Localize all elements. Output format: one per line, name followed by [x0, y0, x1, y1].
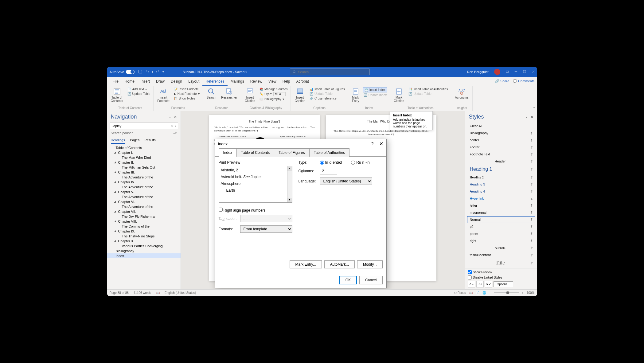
tab-acrobat[interactable]: Acrobat	[293, 77, 312, 86]
web-layout-icon[interactable]: 🌐	[482, 291, 486, 295]
disable-linked-checkbox[interactable]: Disable Linked Styles	[468, 275, 535, 279]
citation-style-select[interactable]: ✏️ Style: MLA	[259, 92, 288, 96]
nav-item[interactable]: The Adventure of the	[107, 194, 181, 199]
insert-index-button[interactable]: 📇 Insert Index	[363, 87, 388, 92]
nav-item[interactable]: ◢Chapter II.	[107, 160, 181, 165]
language-indicator[interactable]: English (United States)	[165, 291, 196, 295]
ribbon-mode-icon[interactable]	[506, 70, 509, 74]
tab-home[interactable]: Home	[122, 77, 138, 86]
bibliography-button[interactable]: 📖 Bibliography ▾	[259, 97, 288, 101]
add-text-button[interactable]: 📄 Add Text ▾	[127, 87, 151, 91]
tab-layout[interactable]: Layout	[185, 77, 202, 86]
language-select[interactable]: English (United States)	[320, 178, 372, 185]
nav-item[interactable]: ◢Chapter VII.	[107, 209, 181, 214]
tab-insert[interactable]: Insert	[138, 77, 153, 86]
nav-item[interactable]: The Thirty-Nine Steps	[107, 234, 181, 239]
indented-radio[interactable]: Indented	[320, 160, 342, 165]
next-footnote-button[interactable]: ▶ Next Footnote ▾	[173, 92, 200, 96]
manage-styles-button[interactable]: A✓	[485, 281, 492, 287]
update-table-button[interactable]: 🔄 Update Table	[127, 92, 151, 96]
styles-dropdown-icon[interactable]: ▾	[526, 115, 527, 119]
nav-search-box[interactable]: ✕ ▾	[110, 123, 178, 129]
clear-all-style[interactable]: Clear All	[467, 123, 535, 129]
tab-review[interactable]: Review	[247, 77, 265, 86]
style-item[interactable]: Hyperlinka	[467, 195, 535, 202]
minimize-icon[interactable]	[514, 70, 517, 74]
search-button[interactable]: Search	[205, 87, 218, 100]
modify-button[interactable]: Modify...	[357, 260, 382, 268]
style-item[interactable]: poem¶	[467, 230, 535, 237]
cancel-button[interactable]: Cancel	[359, 276, 382, 284]
read-mode-icon[interactable]: 📖	[469, 291, 473, 295]
nav-item[interactable]: The Adventure of the	[107, 175, 181, 180]
automark-button[interactable]: AutoMark...	[324, 260, 355, 268]
nav-item[interactable]: Index	[107, 253, 181, 258]
nav-tab-headings[interactable]: Headings	[111, 137, 125, 144]
mark-entry-button[interactable]: Mark Entry	[351, 87, 361, 103]
insert-caption-button[interactable]: Insert Caption	[293, 87, 306, 103]
autosave-toggle[interactable]: AutoSave	[110, 70, 135, 74]
style-item[interactable]: Heading 2⁋	[467, 174, 535, 181]
zoom-in-button[interactable]: +	[522, 291, 524, 295]
nav-item[interactable]: ◢Chapter IX.	[107, 229, 181, 234]
nav-item[interactable]: Bibliography	[107, 248, 181, 253]
tab-references[interactable]: References	[202, 77, 227, 86]
style-item[interactable]: Heading 3⁋	[467, 181, 535, 188]
styles-options-button[interactable]: Options...	[494, 281, 513, 287]
style-item[interactable]: task03content⁋	[467, 252, 535, 258]
new-style-button[interactable]: A₊	[468, 281, 475, 287]
table-of-contents-button[interactable]: Table of Contents	[110, 87, 124, 103]
style-item[interactable]: right¶	[467, 237, 535, 244]
nav-item[interactable]: ◢Chapter V.	[107, 189, 181, 194]
nav-item[interactable]: The Coming of the	[107, 224, 181, 229]
nav-search-input[interactable]	[112, 124, 171, 128]
undo-icon[interactable]	[145, 69, 149, 74]
tab-draw[interactable]: Draw	[153, 77, 168, 86]
style-item[interactable]: Subtitle⁋	[467, 244, 535, 251]
tab-file[interactable]: File	[110, 77, 122, 86]
redo-icon[interactable]	[156, 69, 160, 74]
word-count[interactable]: 41106 words	[134, 291, 151, 295]
nav-item[interactable]: ◢Chapter VIII.	[107, 219, 181, 224]
insert-citation-button[interactable]: Insert Citation	[244, 87, 256, 103]
mark-citation-button[interactable]: Mark Citation	[392, 87, 405, 103]
nav-item[interactable]: Table of Contents	[107, 145, 181, 150]
style-item[interactable]: Title⁋	[467, 259, 535, 267]
spell-check-icon[interactable]: 📖	[156, 291, 160, 295]
acronyms-button[interactable]: ABC? Acronyms	[454, 87, 470, 100]
search-box[interactable]	[290, 68, 370, 75]
style-item[interactable]: center¶	[467, 137, 535, 143]
dialog-tab-tof[interactable]: Table of Figures	[274, 148, 309, 157]
styles-close-icon[interactable]: ✕	[530, 115, 533, 119]
tab-design[interactable]: Design	[168, 77, 185, 86]
maximize-icon[interactable]	[523, 70, 526, 74]
nav-search-clear-icon[interactable]: ✕	[171, 124, 174, 128]
document-canvas[interactable]: The Thirty-Nine Steps¶ "He is safe," he …	[181, 111, 465, 289]
tab-mailings[interactable]: Mailings	[228, 77, 247, 86]
focus-mode-button[interactable]: ⊙ Focus	[454, 291, 466, 295]
print-layout-icon[interactable]: 📄	[476, 291, 479, 295]
columns-input[interactable]	[320, 168, 337, 174]
dialog-tab-toc[interactable]: Table of Contents	[236, 148, 274, 157]
ok-button[interactable]: OK	[339, 276, 357, 284]
nav-item[interactable]: ◢Chapter III.	[107, 170, 181, 175]
nav-search-dropdown-icon[interactable]: ▾	[175, 125, 176, 127]
nav-item[interactable]: ◢Chapter I.	[107, 150, 181, 155]
zoom-out-button[interactable]: −	[489, 291, 491, 295]
nav-tab-pages[interactable]: Pages	[130, 137, 139, 144]
user-name[interactable]: Ron Bergquist	[467, 70, 489, 74]
insert-tof-button[interactable]: 📊 Insert Table of Figures	[309, 87, 345, 91]
nav-item[interactable]: Various Parties Converging	[107, 244, 181, 248]
researcher-button[interactable]: Researcher	[220, 87, 238, 100]
style-inspector-button[interactable]: Aᵢ	[476, 281, 484, 287]
nav-item[interactable]: The Milkman Sets Out	[107, 165, 181, 170]
style-item[interactable]: Normal¶	[467, 216, 535, 223]
user-avatar[interactable]	[494, 69, 500, 75]
dialog-tab-index[interactable]: Index	[219, 148, 237, 157]
insert-footnote-button[interactable]: AB1 Insert Footnote	[156, 87, 170, 103]
nav-dropdown-icon[interactable]: ▾	[169, 115, 171, 119]
runin-radio[interactable]: Run-in	[351, 160, 369, 165]
zoom-level[interactable]: 100%	[527, 291, 535, 295]
dialog-help-icon[interactable]: ?	[371, 141, 374, 146]
nav-result-nav[interactable]: ▴▾	[173, 131, 177, 135]
